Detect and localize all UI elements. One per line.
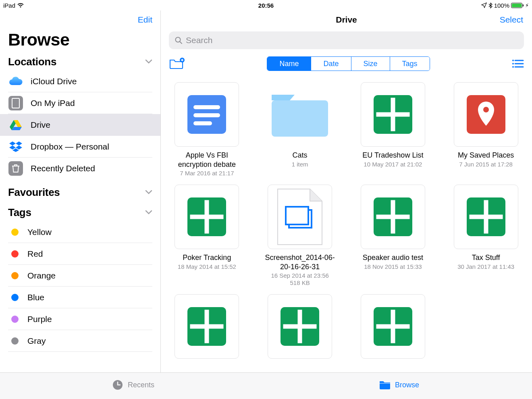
folder-icon: [379, 380, 391, 390]
tag-dot-icon: [11, 250, 19, 258]
svg-line-9: [180, 42, 182, 44]
sort-tags[interactable]: Tags: [390, 57, 430, 71]
wifi-icon: [17, 2, 24, 8]
gsheet-icon: [175, 294, 239, 359]
file-meta: 30 Jan 2017 at 11:43: [451, 263, 522, 270]
sort-size[interactable]: Size: [351, 57, 390, 71]
favourites-header[interactable]: Favourites: [8, 183, 152, 201]
svg-point-8: [176, 37, 181, 42]
file-meta: 10 May 2017 at 21:02: [357, 161, 428, 168]
tab-browse[interactable]: Browse: [266, 373, 532, 397]
file-item[interactable]: Poker Tracking18 May 2014 at 15:52: [171, 185, 242, 286]
sidebar-location-dropbox[interactable]: Dropbox — Personal: [8, 136, 152, 158]
file-meta: 18 May 2014 at 15:52: [171, 263, 242, 270]
gdoc-icon: [175, 82, 239, 147]
tag-dot-icon: [11, 229, 19, 236]
sidebar-location-ipad[interactable]: On My iPad: [8, 92, 152, 114]
tag-label: Blue: [27, 293, 44, 302]
gsheet-icon: [175, 185, 239, 249]
sidebar-item-label: Recently Deleted: [31, 164, 95, 173]
svg-rect-21: [272, 100, 328, 137]
edit-button[interactable]: Edit: [138, 15, 152, 25]
svg-marker-3: [9, 141, 16, 145]
sidebar-item-label: Dropbox — Personal: [31, 142, 109, 152]
sidebar: Edit Browse Locations iCloud DriveOn My …: [0, 10, 161, 399]
new-folder-button[interactable]: [169, 57, 185, 71]
charging-icon: ⚡︎: [525, 2, 529, 8]
location-icon: [481, 2, 487, 8]
locations-header[interactable]: Locations: [8, 53, 152, 71]
page-title: Drive: [336, 15, 357, 25]
svg-point-14: [512, 60, 514, 61]
list-view-button[interactable]: [512, 59, 524, 68]
gsheet-icon: [361, 294, 425, 359]
tag-gray[interactable]: Gray: [8, 330, 152, 352]
main-panel: Drive Select Search NameDateSizeTags App…: [161, 10, 532, 399]
tab-bar: Recents Browse: [0, 372, 532, 399]
file-item[interactable]: [357, 294, 428, 363]
tag-dot-icon: [11, 294, 19, 301]
select-button[interactable]: Select: [500, 15, 523, 25]
tag-blue[interactable]: Blue: [8, 287, 152, 308]
chevron-down-icon: [145, 59, 152, 64]
clock: 20:56: [258, 2, 274, 9]
file-item[interactable]: [171, 294, 242, 363]
file-item[interactable]: My Saved Places7 Jun 2015 at 17:28: [451, 82, 522, 177]
file-meta: 16 Sep 2014 at 23:56: [264, 272, 335, 279]
gsheet-icon: [361, 82, 425, 147]
sort-date[interactable]: Date: [311, 57, 351, 71]
folder-icon: [268, 82, 332, 147]
sidebar-location-icloud[interactable]: iCloud Drive: [8, 71, 152, 92]
file-name: Screenshot_2014-06-20-16-26-31: [264, 253, 335, 271]
svg-marker-5: [9, 145, 16, 150]
battery-icon: [511, 3, 524, 8]
sidebar-item-label: On My iPad: [31, 98, 75, 108]
tag-dot-icon: [11, 316, 19, 323]
file-item[interactable]: [264, 294, 335, 363]
tag-orange[interactable]: Orange: [8, 265, 152, 287]
file-item[interactable]: Tax Stuff30 Jan 2017 at 11:43: [451, 185, 522, 286]
search-placeholder: Search: [186, 35, 213, 45]
file-size: 518 KB: [264, 279, 335, 286]
sort-name[interactable]: Name: [267, 57, 311, 71]
image-icon: [268, 185, 332, 249]
svg-marker-4: [16, 141, 22, 145]
sidebar-item-label: iCloud Drive: [31, 77, 77, 86]
tag-dot-icon: [11, 272, 19, 279]
gmap-icon: [454, 82, 518, 147]
file-item[interactable]: Cats1 item: [264, 82, 335, 177]
file-name: EU Tradeshow List: [357, 151, 428, 160]
sidebar-location-trash[interactable]: Recently Deleted: [8, 158, 152, 179]
tag-purple[interactable]: Purple: [8, 308, 152, 330]
tab-recents[interactable]: Recents: [0, 373, 266, 397]
trash-icon: [8, 161, 23, 176]
svg-point-16: [512, 66, 514, 68]
tag-red[interactable]: Red: [8, 243, 152, 265]
sidebar-item-label: Drive: [31, 120, 50, 130]
file-item[interactable]: Screenshot_2014-06-20-16-26-3116 Sep 201…: [264, 185, 335, 286]
file-meta: 18 Nov 2015 at 15:33: [357, 263, 428, 270]
gsheet-icon: [268, 294, 332, 359]
file-meta: 7 Mar 2016 at 21:17: [171, 170, 242, 177]
file-meta: 7 Jun 2015 at 17:28: [451, 161, 522, 168]
file-name: Tax Stuff: [451, 253, 522, 262]
icloud-icon: [8, 74, 23, 89]
chevron-down-icon: [145, 190, 152, 195]
tags-header[interactable]: Tags: [8, 204, 152, 221]
tag-yellow[interactable]: Yellow: [8, 221, 152, 243]
sidebar-title: Browse: [0, 29, 160, 53]
file-name: Poker Tracking: [171, 253, 242, 262]
svg-rect-31: [286, 207, 308, 224]
tag-dot-icon: [11, 337, 19, 345]
file-item[interactable]: EU Tradeshow List10 May 2017 at 21:02: [357, 82, 428, 177]
search-input[interactable]: Search: [169, 31, 524, 49]
file-name: Apple Vs FBI encryption debate: [171, 151, 242, 169]
file-item[interactable]: Apple Vs FBI encryption debate7 Mar 2016…: [171, 82, 242, 177]
file-item[interactable]: Speaker audio test18 Nov 2015 at 15:33: [357, 185, 428, 286]
file-grid: Apple Vs FBI encryption debate7 Mar 2016…: [161, 74, 532, 399]
svg-point-15: [512, 63, 514, 64]
file-name: Cats: [264, 151, 335, 160]
tag-label: Yellow: [27, 227, 52, 237]
device-label: iPad: [3, 2, 15, 9]
sidebar-location-gdrive[interactable]: Drive: [0, 114, 160, 136]
